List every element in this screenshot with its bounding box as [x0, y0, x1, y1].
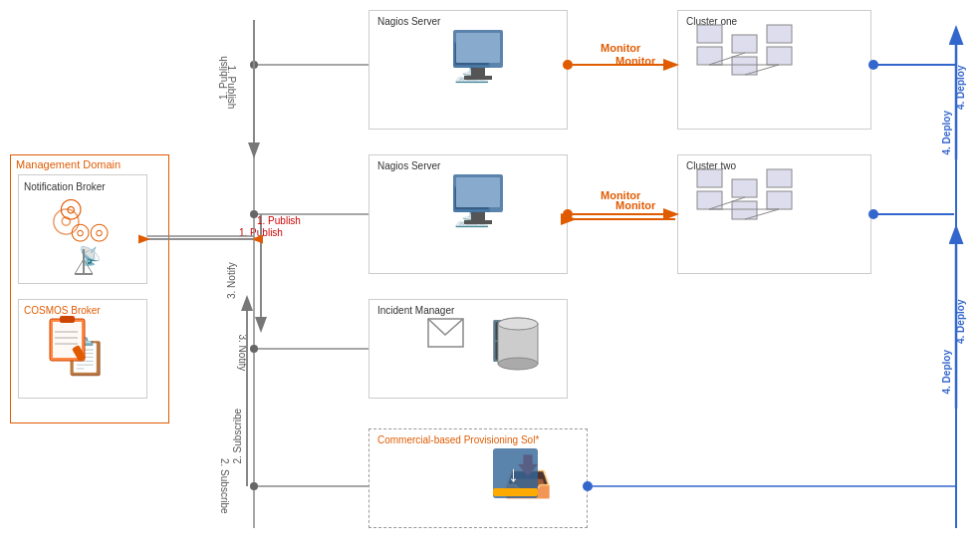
management-domain-label: Management Domain: [16, 158, 121, 170]
cosmos-broker-label: COSMOS Broker: [24, 305, 101, 316]
subscribe-label: 2. Subscribe: [232, 409, 243, 464]
svg-text:2. Subscribe: 2. Subscribe: [219, 458, 230, 514]
svg-text:3. Notify: 3. Notify: [226, 262, 237, 299]
nagios-server-2-icon: 🖥️: [448, 184, 495, 228]
svg-text:4. Deploy: 4. Deploy: [955, 299, 966, 344]
database-icon: 🗄️: [488, 319, 535, 363]
publish-1-label: 1. Publish: [226, 66, 237, 110]
monitor-2-icon: 🖥️: [448, 184, 495, 228]
monitor-1-label: Monitor: [615, 55, 655, 67]
svg-point-2: [250, 61, 258, 69]
provisioning-label: Commercial-based Provisioning Sol*: [377, 434, 539, 445]
cluster-one-label: Cluster one: [686, 16, 737, 27]
notification-broker-label: Notification Broker: [24, 180, 106, 193]
svg-point-6: [250, 345, 258, 353]
clipboard-icon: 📋: [55, 324, 115, 389]
svg-text:4. Deploy: 4. Deploy: [955, 65, 966, 110]
deploy-icon: 📥: [503, 453, 553, 500]
wifi-arc-icon: ⦾⦾: [71, 221, 109, 245]
cluster-two-label: Cluster two: [686, 160, 736, 171]
deploy-1-label: 4. Deploy: [941, 111, 952, 154]
architecture-diagram: Management Domain Notification Broker ⦾⦾…: [0, 0, 980, 559]
svg-point-8: [250, 482, 258, 490]
cluster-one-box: Cluster one: [677, 10, 871, 130]
publish-2-label: 1. Publish: [239, 227, 283, 238]
tower-body-icon: 📡: [79, 245, 101, 267]
provisioning-box: Commercial-based Provisioning Sol*: [368, 428, 588, 528]
monitor-1-icon: 🖥️: [448, 40, 495, 84]
incident-manager-label: Incident Manager: [377, 305, 454, 316]
incident-manager-box: Incident Manager: [368, 299, 568, 399]
nagios-server-2-label: Nagios Server: [377, 160, 440, 171]
notify-label: 3. Notify: [237, 335, 248, 372]
deploy-2-label: 4. Deploy: [941, 350, 952, 394]
monitor-2-label: Monitor: [615, 199, 655, 211]
svg-text:Monitor: Monitor: [601, 42, 641, 54]
nagios-server-1-icon: 🖥️: [448, 40, 495, 84]
svg-point-4: [250, 210, 258, 218]
cluster-two-box: Cluster two: [677, 154, 871, 274]
wifi-tower-icon: ⦾⦾ 📡: [60, 209, 120, 279]
nagios-server-1-label: Nagios Server: [377, 16, 440, 27]
db-icon-glyph: 🗄️: [488, 319, 535, 363]
svg-text:1. Publish: 1. Publish: [257, 215, 301, 226]
